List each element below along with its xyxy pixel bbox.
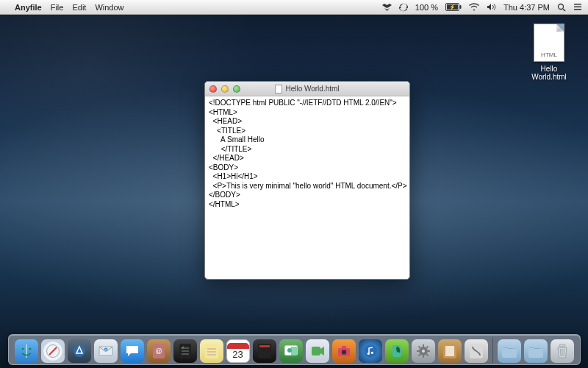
svg-marker-36 — [320, 347, 324, 355]
svg-point-4 — [559, 4, 564, 9]
battery-icon[interactable]: ⚡ — [445, 3, 462, 11]
dock-notes[interactable] — [200, 339, 223, 363]
notification-center-icon[interactable] — [573, 3, 582, 11]
calendar-day: 23 — [232, 349, 243, 360]
desktop: Anyfile File Edit Window 100 % ⚡ Thu 4:3… — [0, 0, 588, 368]
dock-app-generic1[interactable] — [438, 339, 462, 363]
menu-window[interactable]: Window — [95, 3, 123, 12]
zoom-button[interactable] — [233, 85, 240, 93]
svg-text:@: @ — [155, 347, 162, 355]
svg-point-11 — [29, 348, 31, 350]
svg-line-50 — [426, 355, 428, 356]
dock-photobooth[interactable] — [332, 339, 356, 363]
spotlight-icon[interactable] — [557, 3, 566, 12]
menu-edit[interactable]: Edit — [72, 3, 86, 12]
desktop-file[interactable]: HTML Hello World.html — [523, 24, 575, 81]
svg-line-52 — [418, 355, 420, 356]
dock-facetime[interactable] — [306, 339, 329, 363]
dock-dictionary[interactable] — [253, 339, 276, 363]
svg-rect-31 — [259, 345, 270, 347]
svg-line-49 — [418, 347, 420, 348]
dock: @ @ 23 — [0, 334, 588, 365]
svg-point-41 — [367, 353, 369, 355]
battery-percentage[interactable]: 100 % — [415, 3, 438, 12]
window-titlebar[interactable]: Hello World.html — [205, 82, 409, 96]
svg-line-57 — [560, 349, 561, 356]
dock-appstore[interactable] — [68, 339, 91, 363]
close-button[interactable] — [209, 85, 217, 93]
dock-system-preferences[interactable] — [412, 339, 435, 363]
svg-point-40 — [364, 344, 377, 358]
file-icon: HTML — [534, 24, 564, 62]
svg-text:@: @ — [104, 348, 107, 352]
editor-content[interactable]: <!DOCTYPE html PUBLIC "-//IETF//DTD HTML… — [205, 96, 409, 279]
svg-rect-34 — [291, 347, 297, 355]
svg-rect-35 — [312, 347, 320, 355]
dock-evernote[interactable] — [385, 339, 409, 363]
svg-rect-26 — [205, 344, 218, 358]
file-ext-label: HTML — [541, 52, 557, 58]
volume-icon[interactable] — [487, 3, 496, 11]
dock-downloads[interactable] — [498, 339, 521, 363]
dropbox-icon[interactable] — [382, 3, 392, 12]
dock-reminders[interactable] — [173, 339, 197, 363]
svg-point-42 — [370, 352, 373, 354]
file-name: Hello World.html — [523, 65, 575, 81]
clock[interactable]: Thu 4:37 PM — [503, 3, 550, 12]
dock-finder[interactable] — [15, 339, 38, 363]
svg-rect-6 — [574, 4, 581, 5]
minimize-button[interactable] — [221, 85, 229, 93]
svg-rect-39 — [342, 346, 346, 349]
dock-mail[interactable]: @ — [94, 339, 118, 363]
dock-calendar[interactable]: 23 — [226, 339, 250, 363]
sync-icon[interactable] — [399, 3, 408, 12]
app-menu[interactable]: Anyfile — [15, 3, 42, 12]
calendar-header — [227, 343, 249, 349]
dock-app-generic2[interactable] — [465, 339, 488, 363]
svg-rect-2 — [460, 5, 462, 9]
svg-rect-56 — [559, 344, 565, 347]
svg-line-59 — [564, 349, 564, 356]
svg-point-38 — [341, 350, 345, 354]
svg-line-51 — [426, 347, 428, 348]
editor-window[interactable]: Hello World.html <!DOCTYPE html PUBLIC "… — [204, 81, 410, 280]
svg-rect-54 — [445, 346, 454, 356]
menu-bar: Anyfile File Edit Window 100 % ⚡ Thu 4:3… — [0, 0, 588, 15]
svg-rect-7 — [574, 7, 581, 8]
svg-line-5 — [563, 9, 565, 11]
window-title: Hello World.html — [285, 85, 339, 93]
svg-rect-8 — [574, 9, 581, 10]
dock-safari[interactable] — [41, 339, 65, 363]
dock-separator — [492, 338, 493, 363]
dock-preview[interactable] — [279, 339, 303, 363]
svg-point-44 — [422, 350, 425, 353]
menu-file[interactable]: File — [51, 3, 64, 12]
dock-itunes[interactable] — [359, 339, 382, 363]
dock-trash[interactable] — [551, 339, 574, 363]
dock-messages[interactable] — [121, 339, 144, 363]
wifi-icon[interactable] — [469, 3, 479, 11]
svg-point-10 — [21, 348, 24, 350]
svg-text:⚡: ⚡ — [449, 4, 456, 10]
dock-documents[interactable] — [524, 339, 548, 363]
proxy-icon[interactable] — [275, 85, 282, 93]
dock-contacts[interactable]: @ — [147, 339, 171, 363]
